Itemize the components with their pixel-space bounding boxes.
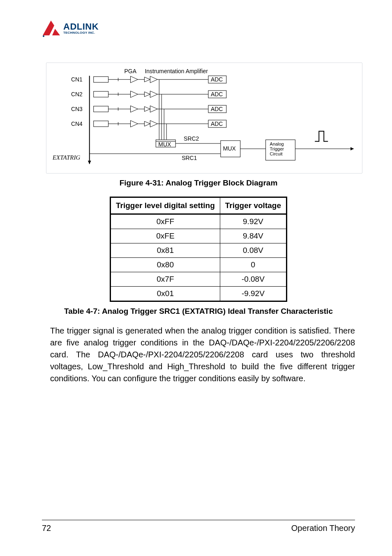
svg-point-0: [43, 35, 44, 37]
logo-brand-text: ADLINK: [63, 22, 99, 31]
label-extatrig: EXTATRIG: [53, 154, 80, 161]
label-cn1: CN1: [71, 76, 83, 83]
svg-marker-12: [150, 76, 157, 83]
row-cn3: ADC: [94, 105, 226, 113]
svg-marker-19: [130, 91, 138, 97]
table-row: 0x800: [111, 258, 287, 272]
row-cn4: ADC: [94, 120, 226, 127]
label-pga: PGA: [125, 68, 137, 74]
label-adc1: ADC: [211, 76, 223, 83]
brand-logo: ADLINK TECHNOLOGY INC.: [42, 19, 355, 38]
svg-rect-15: [94, 91, 108, 97]
label-src1: SRC1: [182, 155, 197, 161]
label-cn2: CN2: [71, 91, 83, 97]
figure-caption: Figure 4-31: Analog Trigger Block Diagra…: [42, 178, 355, 188]
table-row: 0xFE9.84V: [111, 229, 287, 243]
svg-marker-48: [150, 120, 157, 127]
label-adc4: ADC: [211, 120, 223, 127]
svg-marker-63: [350, 147, 354, 151]
label-adc2: ADC: [211, 91, 223, 97]
trigger-table: Trigger level digital setting Trigger vo…: [110, 197, 287, 302]
label-adc3: ADC: [211, 106, 223, 112]
th-voltage: Trigger voltage: [220, 197, 286, 214]
svg-marker-31: [130, 106, 138, 112]
svg-rect-3: [94, 76, 108, 82]
block-diagram: PGA Instrumentation Amplifier CN1 CN2 CN…: [46, 63, 362, 174]
label-trigger: Trigger: [270, 146, 284, 151]
label-src2: SRC2: [184, 135, 199, 142]
svg-rect-39: [94, 121, 108, 127]
body-paragraph: The trigger signal is generated when the…: [50, 325, 355, 385]
adlink-logo-icon: [42, 19, 61, 38]
label-instr-amp: Instrumentation Amplifier: [145, 68, 208, 74]
section-name: Operation Theory: [291, 524, 355, 533]
svg-line-34: [144, 109, 150, 111]
page-footer: 72 Operation Theory: [42, 520, 355, 533]
table-row: 0x7F-0.08V: [111, 272, 287, 287]
table-row: 0x01-9.92V: [111, 287, 287, 301]
svg-marker-36: [150, 106, 157, 112]
block-diagram-svg: PGA Instrumentation Amplifier CN1 CN2 CN…: [53, 67, 356, 171]
svg-line-9: [144, 77, 150, 79]
label-cn4: CN4: [71, 120, 83, 127]
logo-tagline: TECHNOLOGY INC.: [63, 31, 99, 35]
svg-line-45: [144, 121, 150, 124]
svg-marker-43: [130, 120, 138, 127]
table-row: 0xFF9.92V: [111, 214, 287, 229]
page-number: 72: [42, 524, 51, 533]
svg-line-46: [144, 124, 150, 126]
th-setting: Trigger level digital setting: [111, 197, 220, 214]
label-cn3: CN3: [71, 106, 83, 112]
label-circuit: Circuit: [270, 151, 283, 156]
svg-line-33: [144, 107, 150, 109]
label-mux2: MUX: [223, 145, 236, 152]
svg-rect-27: [94, 106, 108, 112]
svg-line-10: [144, 79, 150, 82]
svg-marker-24: [150, 91, 157, 97]
row-cn1: ADC: [94, 76, 226, 83]
svg-marker-7: [130, 76, 138, 83]
table-caption: Table 4-7: Analog Trigger SRC1 (EXTATRIG…: [42, 307, 355, 316]
row-cn2: ADC: [94, 90, 226, 98]
svg-line-22: [144, 94, 150, 97]
label-analog: Analog: [270, 141, 284, 146]
table-row: 0x810.08V: [111, 243, 287, 258]
svg-line-21: [144, 92, 150, 94]
svg-marker-2: [88, 161, 91, 164]
label-mux1: MUX: [158, 141, 171, 148]
